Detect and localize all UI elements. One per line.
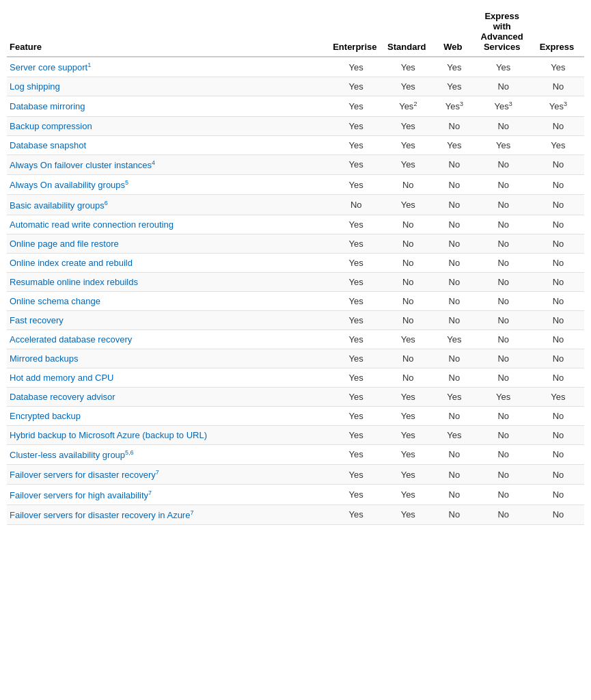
- standard-cell: Yes: [382, 444, 434, 464]
- standard-cell: Yes: [382, 116, 434, 135]
- feature-label: Fast recovery: [10, 315, 64, 325]
- feature-link[interactable]: Cluster-less availability group5,6: [10, 450, 134, 460]
- table-row: Online schema changeYesNoNoNoNo: [7, 291, 584, 310]
- express-cell: No: [532, 253, 584, 272]
- standard-cell: No: [382, 234, 434, 253]
- feature-cell: Hybrid backup to Microsoft Azure (backup…: [7, 425, 330, 444]
- table-row: Failover servers for disaster recovery7Y…: [7, 464, 584, 484]
- feature-link[interactable]: Failover servers for disaster recovery7: [10, 470, 159, 480]
- feature-link[interactable]: Automatic read write connection reroutin…: [10, 219, 174, 230]
- feature-cell: Server core support1: [7, 57, 330, 77]
- feature-cell: Failover servers for disaster recovery i…: [7, 504, 330, 524]
- enterprise-cell: Yes: [330, 406, 382, 425]
- express-cell: No: [532, 272, 584, 291]
- feature-cell: Log shipping: [7, 77, 330, 96]
- express-cell: No: [532, 368, 584, 387]
- express_adv-cell: No: [474, 349, 532, 368]
- enterprise-cell: Yes: [330, 253, 382, 272]
- table-row: Mirrored backupsYesNoNoNoNo: [7, 349, 584, 368]
- table-row: Log shippingYesYesYesNoNo: [7, 77, 584, 96]
- feature-cell: Accelerated database recovery: [7, 329, 330, 349]
- web-cell: No: [434, 310, 474, 329]
- feature-link[interactable]: Resumable online index rebuilds: [10, 277, 138, 287]
- express-cell: No: [532, 406, 584, 425]
- table-row: Server core support1YesYesYesYesYes: [7, 57, 584, 77]
- feature-cell: Always On failover cluster instances4: [7, 154, 330, 174]
- web-cell: Yes3: [434, 96, 474, 116]
- express_adv-cell: No: [474, 485, 532, 504]
- standard-cell: No: [382, 310, 434, 329]
- standard-cell: No: [382, 368, 434, 387]
- feature-cell: Online page and file restore: [7, 234, 330, 253]
- feature-link[interactable]: Hybrid backup to Microsoft Azure (backup…: [10, 430, 207, 440]
- feature-link[interactable]: Server core support1: [10, 62, 91, 72]
- enterprise-cell: Yes: [330, 174, 382, 194]
- enterprise-cell: Yes: [330, 96, 382, 116]
- table-row: Database snapshotYesYesYesYesYes: [7, 135, 584, 154]
- standard-cell: Yes: [382, 464, 434, 484]
- express_adv-cell: Yes: [474, 57, 532, 77]
- enterprise-cell: Yes: [330, 154, 382, 174]
- feature-link[interactable]: Database snapshot: [10, 140, 86, 150]
- web-cell: Yes: [434, 329, 474, 349]
- feature-cell: Automatic read write connection reroutin…: [7, 215, 330, 234]
- standard-cell: No: [382, 349, 434, 368]
- table-row: Encrypted backupYesYesNoNoNo: [7, 406, 584, 425]
- standard-cell: Yes2: [382, 96, 434, 116]
- enterprise-cell: Yes: [330, 387, 382, 406]
- express_adv-cell: No: [474, 77, 532, 96]
- express_adv-cell: No: [474, 272, 532, 291]
- feature-label: Backup compression: [10, 121, 92, 131]
- express-cell: No: [532, 444, 584, 464]
- table-row: Failover servers for high availability7Y…: [7, 485, 584, 504]
- feature-link[interactable]: Online schema change: [10, 296, 100, 306]
- table-row: Always On failover cluster instances4Yes…: [7, 154, 584, 174]
- express-cell: Yes: [532, 57, 584, 77]
- standard-cell: No: [382, 174, 434, 194]
- express_adv-cell: No: [474, 174, 532, 194]
- feature-cell: Mirrored backups: [7, 349, 330, 368]
- standard-cell: Yes: [382, 154, 434, 174]
- web-cell: No: [434, 116, 474, 135]
- feature-cell: Resumable online index rebuilds: [7, 272, 330, 291]
- enterprise-cell: Yes: [330, 234, 382, 253]
- web-cell: Yes: [434, 425, 474, 444]
- table-row: Always On availability groups5YesNoNoNoN…: [7, 174, 584, 194]
- feature-link[interactable]: Accelerated database recovery: [10, 334, 132, 345]
- header-web: Web: [434, 7, 474, 57]
- standard-cell: No: [382, 291, 434, 310]
- standard-cell: Yes: [382, 504, 434, 524]
- feature-link[interactable]: Failover servers for high availability7: [10, 490, 152, 500]
- enterprise-cell: Yes: [330, 329, 382, 349]
- feature-label: Basic availability groups6: [10, 200, 108, 211]
- standard-cell: Yes: [382, 329, 434, 349]
- express_adv-cell: No: [474, 310, 532, 329]
- feature-link[interactable]: Database mirroring: [10, 101, 85, 111]
- feature-cell: Cluster-less availability group5,6: [7, 444, 330, 464]
- standard-cell: Yes: [382, 77, 434, 96]
- feature-link[interactable]: Database recovery advisor: [10, 392, 115, 402]
- enterprise-cell: Yes: [330, 504, 382, 524]
- express_adv-cell: No: [474, 291, 532, 310]
- feature-cell: Database recovery advisor: [7, 387, 330, 406]
- web-cell: No: [434, 154, 474, 174]
- express_adv-cell: No: [474, 116, 532, 135]
- feature-link[interactable]: Always On failover cluster instances4: [10, 160, 155, 170]
- express-cell: No: [532, 504, 584, 524]
- enterprise-cell: Yes: [330, 349, 382, 368]
- table-row: Automatic read write connection reroutin…: [7, 215, 584, 234]
- express-cell: No: [532, 154, 584, 174]
- enterprise-cell: Yes: [330, 444, 382, 464]
- express_adv-cell: No: [474, 154, 532, 174]
- web-cell: No: [434, 195, 474, 215]
- feature-link[interactable]: Failover servers for disaster recovery i…: [10, 510, 193, 520]
- table-row: Basic availability groups6NoYesNoNoNo: [7, 195, 584, 215]
- enterprise-cell: Yes: [330, 135, 382, 154]
- express-cell: No: [532, 425, 584, 444]
- table-row: Failover servers for disaster recovery i…: [7, 504, 584, 524]
- feature-link[interactable]: Online index create and rebuild: [10, 258, 133, 268]
- feature-link[interactable]: Log shipping: [10, 81, 60, 92]
- express_adv-cell: No: [474, 504, 532, 524]
- table-row: Backup compressionYesYesNoNoNo: [7, 116, 584, 135]
- web-cell: No: [434, 291, 474, 310]
